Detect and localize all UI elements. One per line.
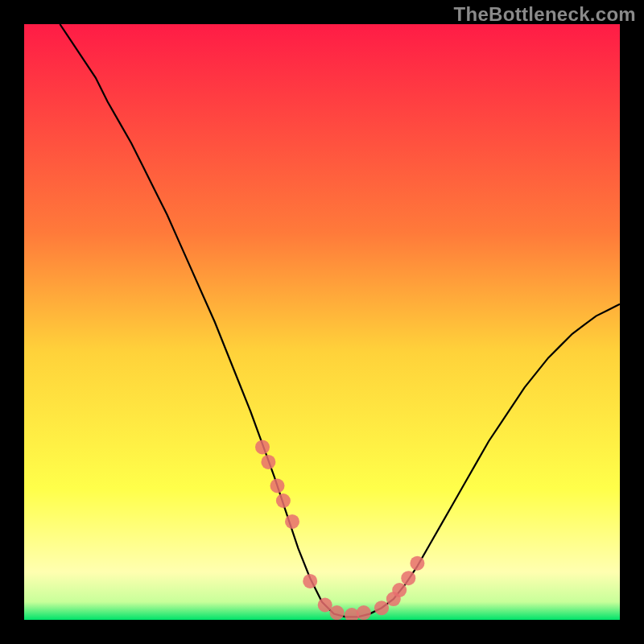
marker-point xyxy=(330,605,345,620)
chart-frame: TheBottleneck.com xyxy=(0,0,644,644)
marker-point xyxy=(261,455,275,469)
marker-point xyxy=(410,556,424,571)
marker-point xyxy=(303,574,317,588)
marker-point xyxy=(318,598,332,613)
marker-point xyxy=(255,440,270,454)
marker-point xyxy=(374,601,389,615)
marker-point xyxy=(357,605,371,620)
marker-point xyxy=(276,493,291,508)
marker-point xyxy=(401,571,415,585)
plot-area xyxy=(24,24,620,620)
marker-point xyxy=(392,583,407,597)
marker-point xyxy=(270,479,285,493)
marker-point xyxy=(285,514,299,529)
bottleneck-chart xyxy=(24,24,620,620)
watermark-text: TheBottleneck.com xyxy=(454,3,636,26)
